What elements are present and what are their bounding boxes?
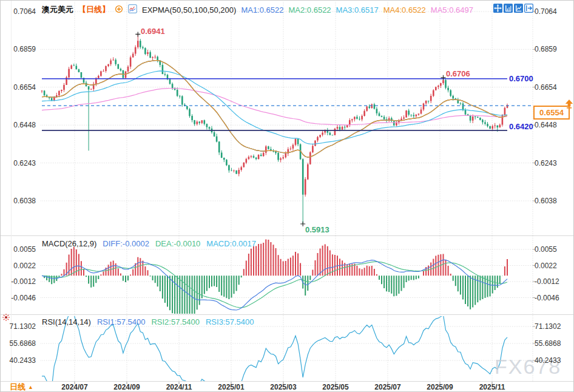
price-axis-left-label: 0.6243: [1, 159, 36, 167]
price-axis-right-label: 0.7064: [535, 7, 557, 16]
resistance-level-label: 0.6700: [509, 74, 533, 83]
price-axis-left-label: 0.6038: [1, 197, 36, 205]
macd-title: MACD(26,12,9): [42, 239, 96, 248]
chart-toolbar: [493, 4, 533, 13]
rsi3-value: RSI3:57.5400: [206, 317, 254, 326]
rsi-axis-right-label: 40.2433: [535, 356, 561, 365]
support-level-label: 0.6420: [509, 122, 533, 131]
ema-lines-layer: [42, 61, 507, 157]
time-axis-label: 2024/09: [113, 383, 140, 391]
live-status-icon: [2, 313, 10, 324]
macd-dea-value: DEA:-0.0010: [155, 239, 200, 248]
next-period-icon[interactable]: [524, 4, 533, 13]
ma1-value: MA1:0.6522: [241, 5, 283, 15]
annotation-high-2024: 0.6941: [141, 27, 165, 36]
chart-type-icon[interactable]: [128, 4, 137, 15]
macd-axis-right-label: -0.0046: [535, 294, 559, 302]
rsi2-value: RSI2:57.5400: [151, 317, 200, 326]
dropdown-arrow-icon: ▲: [28, 384, 33, 390]
level-lines-layer: [42, 79, 533, 130]
rsi-axis-right-label: 71.1302: [535, 322, 561, 331]
rsi-title: RSI(14,14,14): [42, 317, 91, 326]
time-axis-label: 2024/07: [61, 383, 87, 391]
rsi-header: RSI(14,14,14) RSI1:57.5400 RSI2:57.5400 …: [42, 317, 254, 326]
price-axis-right-label: 0.6038: [535, 197, 557, 205]
marker-layer: [135, 32, 445, 226]
price-axis-left-label: 0.7064: [1, 7, 36, 16]
chart-canvas[interactable]: [1, 1, 574, 392]
symbol-name: 澳元美元: [42, 4, 73, 15]
period-selector[interactable]: 日线 ▲: [10, 382, 33, 392]
chart-window: FX678 澳元美元 【日线】 EXPMA(50,50,100,50,200) …: [0, 0, 574, 392]
y-axis-scale-icon[interactable]: [504, 4, 513, 13]
candles-layer: [41, 34, 508, 224]
price-axis-right-label: 0.6243: [535, 159, 557, 167]
price-axis-left-label: 0.6654: [1, 83, 36, 92]
pan-crosshair-icon[interactable]: [493, 4, 502, 13]
grid-layer: [1, 2, 574, 384]
add-indicator-icon[interactable]: [115, 5, 123, 15]
main-chart-header: 澳元美元 【日线】 EXPMA(50,50,100,50,200) MA1:0.…: [42, 4, 473, 15]
price-axis-right-label: 0.6654: [535, 83, 557, 92]
time-axis-label: 2025/09: [427, 383, 453, 391]
macd-header: MACD(26,12,9) DIFF:-0.0002 DEA:-0.0010 M…: [42, 239, 256, 248]
macd-macd-value: MACD:0.0017: [206, 239, 256, 248]
macd-diff-value: DIFF:-0.0002: [103, 239, 149, 248]
annotation-high-2025: 0.6706: [446, 69, 470, 78]
rsi1-value: RSI1:57.5400: [97, 317, 146, 326]
price-axis-right-label: 0.6448: [535, 121, 557, 129]
annotation-low-2025: 0.5913: [305, 225, 329, 234]
macd-axis-right-label: -0.0012: [535, 277, 559, 286]
period-tag: 【日线】: [78, 4, 110, 15]
rsi-axis-left-label: 55.6868: [1, 339, 36, 348]
time-axis-label: 2025/03: [270, 383, 296, 391]
expma-label: EXPMA(50,50,100,50,200): [142, 5, 236, 15]
ma4-value: MA4:0.6522: [383, 5, 426, 15]
macd-axis-left-label: 0.0022: [1, 262, 36, 270]
period-selector-label: 日线: [10, 382, 25, 392]
time-axis-label: 2025/01: [218, 383, 244, 391]
macd-axis-left-label: 0.0055: [1, 245, 36, 254]
ma3-value: MA3:0.6517: [336, 5, 379, 15]
rsi-axis-left-label: 40.2433: [1, 356, 36, 365]
x-axis-scale-icon[interactable]: [514, 4, 523, 13]
macd-layer: [42, 239, 507, 316]
ma5-value: MA5:0.6497: [431, 5, 473, 15]
time-axis-label: 2025/05: [322, 383, 348, 391]
price-up-arrow-icon: [564, 99, 574, 112]
macd-axis-left-label: -0.0012: [1, 277, 36, 286]
macd-axis-right-label: 0.0055: [535, 245, 557, 254]
rsi-axis-right-label: 55.6868: [535, 339, 561, 348]
time-axis-label: 2024/11: [166, 383, 192, 391]
price-axis-left-label: 0.6448: [1, 121, 36, 129]
price-axis-right-label: 0.6859: [535, 45, 557, 53]
macd-axis-right-label: 0.0022: [535, 262, 557, 270]
macd-axis-left-label: -0.0046: [1, 294, 36, 302]
time-axis-label: 2025/07: [374, 383, 400, 391]
price-axis-left-label: 0.6859: [1, 45, 36, 53]
time-axis-label: 2025/11: [479, 383, 505, 391]
ma2-value: MA2:0.6522: [289, 5, 331, 15]
